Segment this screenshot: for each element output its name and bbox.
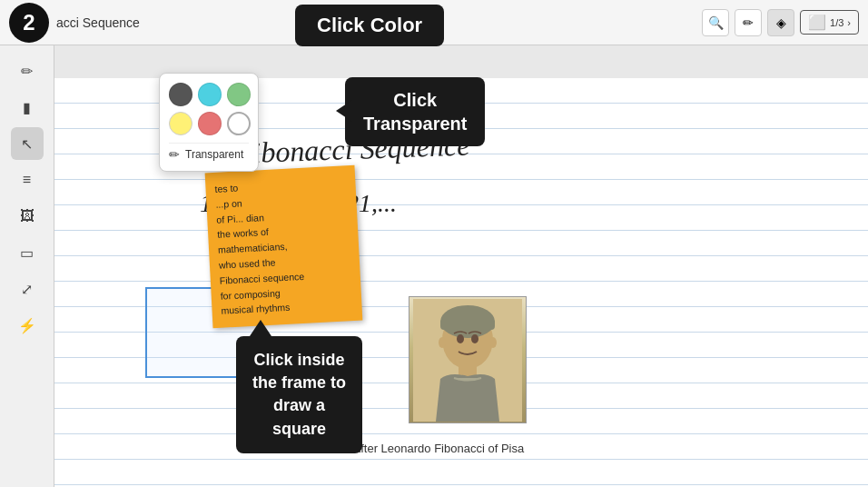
lightning-tool-btn[interactable]: ⚡: [11, 309, 44, 342]
page-indicator: ⬜ 1/3 ›: [800, 10, 859, 35]
transparent-label: Transparent: [185, 148, 243, 161]
svg-point-7: [439, 337, 446, 348]
portrait-image: [409, 296, 527, 423]
pen-btn[interactable]: ✏: [735, 9, 762, 36]
image-tool-btn[interactable]: 🖼: [11, 200, 44, 233]
toolbar-icons: 🔍 ✏ ◈ ⬜ 1/3 ›: [702, 9, 859, 36]
note-tool-btn[interactable]: ≡: [11, 164, 44, 196]
swatch-cyan[interactable]: [198, 83, 222, 106]
pen-tool-btn[interactable]: ✏: [11, 55, 44, 87]
callout-click-color: Click Color: [295, 5, 444, 46]
svg-point-5: [471, 334, 478, 343]
svg-point-4: [457, 334, 464, 343]
transparent-icon: ✏: [169, 147, 180, 162]
swatch-dark-gray[interactable]: [169, 83, 192, 106]
portrait-inner: [409, 297, 526, 422]
arrow-frame: [250, 320, 271, 336]
left-sidebar: ✏ ▮ ↖ ≡ 🖼 ▭ ⤢ ⚡: [0, 45, 54, 487]
swatch-red[interactable]: [198, 112, 222, 135]
swatch-white[interactable]: [227, 112, 251, 135]
arrow-transparent: [336, 100, 352, 122]
color-grid: [169, 83, 249, 135]
shape-tool-btn[interactable]: ▭: [11, 236, 44, 269]
fibonacci-portrait-svg: [413, 299, 522, 422]
select-tool-btn[interactable]: ↖: [11, 127, 44, 160]
chevron-right-icon[interactable]: ›: [847, 17, 851, 28]
callout-click-frame: Click insidethe frame todraw asquare: [236, 336, 362, 453]
swatch-yellow[interactable]: [169, 112, 192, 135]
sticky-note-text: tes to...p onof Pi... dianthe works ofma…: [214, 183, 304, 317]
highlighter-tool-btn[interactable]: ▮: [11, 91, 44, 124]
swatch-green[interactable]: [227, 83, 251, 106]
svg-rect-3: [440, 319, 495, 330]
color-picker-popup[interactable]: ✏ Transparent: [159, 73, 259, 172]
transform-tool-btn[interactable]: ⤢: [11, 273, 44, 305]
caption-text: after Leonardo Fibonacci of Pisa: [354, 442, 524, 455]
eraser-btn[interactable]: ◈: [767, 9, 794, 36]
step-badge: 2: [9, 3, 49, 43]
sticky-note[interactable]: tes to...p onof Pi... dianthe works ofma…: [205, 165, 363, 329]
svg-point-8: [489, 337, 497, 348]
transparent-option[interactable]: ✏ Transparent: [169, 143, 249, 162]
callout-click-transparent: ClickTransparent: [345, 77, 485, 146]
zoom-btn[interactable]: 🔍: [702, 9, 729, 36]
